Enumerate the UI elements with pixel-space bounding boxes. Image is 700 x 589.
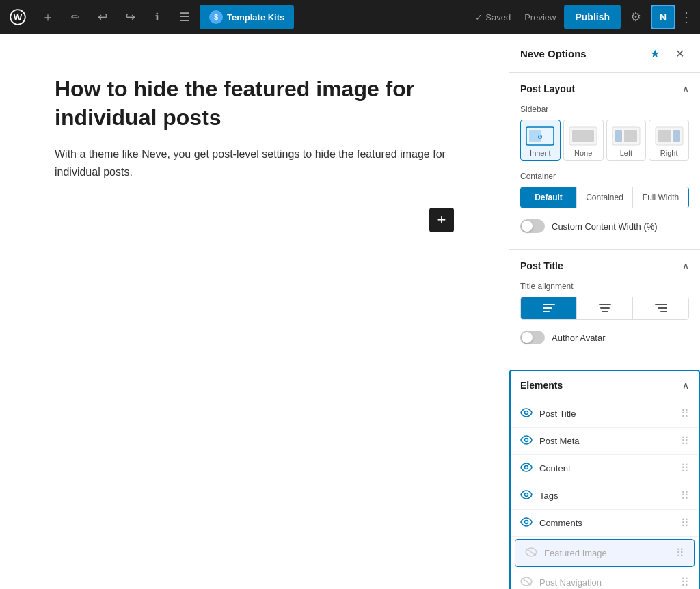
eye-icon-comments[interactable] [520,517,533,530]
eye-icon-tags[interactable] [520,490,533,502]
element-row-left-featured-image: Featured Image [525,547,607,560]
sidebar-option-left[interactable]: Left [606,120,647,161]
wp-logo-icon: W [10,9,26,25]
custom-content-width-label: Custom Content Width (%) [552,221,658,232]
element-row-post-navigation: Post Navigation ⠿ [511,569,699,589]
more-options-button[interactable]: ⋮ [678,5,695,29]
container-full-width-button[interactable]: Full Width [633,187,688,208]
close-icon: ✕ [675,47,684,60]
align-right-icon [655,304,667,312]
post-title-section: Post Title Title alignment [509,250,700,361]
element-row-post-meta: Post Meta ⠿ [511,428,699,455]
post-layout-content: Sidebar ↺ Inherit [509,105,700,249]
panel-star-button[interactable]: ★ [645,44,664,63]
settings-button[interactable]: ⚙ [623,5,648,29]
element-row-post-title: Post Title ⠿ [511,400,699,428]
info-icon: ℹ [155,11,159,23]
list-view-icon: ☰ [179,10,190,25]
post-title-section-header[interactable]: Post Title [509,250,700,282]
publish-button[interactable]: Publish [564,5,621,29]
panel-body: Post Layout Sidebar ↺ [509,73,700,589]
star-icon: ★ [650,47,660,60]
redo-button[interactable]: ↪ [118,5,142,29]
eye-icon-featured-image[interactable] [525,547,537,560]
svg-rect-8 [615,130,622,142]
post-title-heading[interactable]: How to hide the featured image for indiv… [55,75,454,132]
sidebar-inherit-icon: ↺ [525,126,555,146]
neve-panel-toggle[interactable]: N [651,5,675,29]
template-kits-button[interactable]: $ Template Kits [200,5,294,29]
edit-button[interactable]: ✏ [63,5,88,29]
author-avatar-toggle[interactable] [520,331,545,344]
author-avatar-row: Author Avatar [520,331,689,344]
wp-logo-button[interactable]: W [5,5,30,29]
container-contained-button[interactable]: Contained [577,187,633,208]
elements-section-wrapper: Elements Post Title [509,370,700,589]
custom-content-width-row: Custom Content Width (%) [520,219,689,233]
panel-title: Neve Options [520,48,587,59]
sidebar-option-inherit[interactable]: ↺ Inherit [520,120,561,161]
drag-handle-post-meta[interactable]: ⠿ [681,435,689,448]
add-block-inline-button[interactable]: + [429,208,454,232]
post-layout-section: Post Layout Sidebar ↺ [509,73,700,250]
post-layout-chevron-icon [682,83,689,95]
sidebar-left-label: Left [620,149,632,157]
svg-rect-11 [658,130,671,142]
align-left-icon [543,304,555,312]
drag-handle-post-navigation[interactable]: ⠿ [681,576,689,589]
panel-header: Neve Options ★ ✕ [509,34,700,73]
svg-point-17 [525,520,528,523]
eye-icon-content[interactable] [520,463,533,475]
undo-button[interactable]: ↩ [90,5,115,29]
container-default-button[interactable]: Default [521,187,577,208]
title-alignment-options [520,297,689,320]
drag-handle-comments[interactable]: ⠿ [681,517,689,530]
preview-button[interactable]: Preview [519,5,561,29]
align-left-button[interactable] [521,297,577,319]
editor-content: How to hide the featured image for indiv… [55,75,454,232]
main-layout: How to hide the featured image for indiv… [0,34,700,589]
eye-icon-post-meta[interactable] [520,435,533,448]
svg-rect-6 [572,130,594,142]
editor-area: How to hide the featured image for indiv… [0,34,509,589]
element-row-tags: Tags ⠿ [511,482,699,510]
add-block-button[interactable]: ＋ [36,5,60,29]
elements-section: Elements Post Title [509,370,700,589]
sidebar-right-icon [654,126,684,146]
redo-icon: ↪ [125,10,135,25]
element-row-comments: Comments ⠿ [511,510,699,537]
element-row-left-tags: Tags [520,490,558,502]
sidebar-option-right[interactable]: Right [649,120,689,161]
align-right-button[interactable] [633,297,688,319]
drag-handle-post-title[interactable]: ⠿ [681,407,689,420]
post-layout-section-header[interactable]: Post Layout [509,73,700,105]
plus-icon-inline: + [438,211,446,229]
container-label: Container [520,172,689,181]
post-title-section-title: Post Title [520,260,563,271]
list-view-button[interactable]: ☰ [172,5,197,29]
panel-close-button[interactable]: ✕ [670,44,689,63]
post-body-paragraph[interactable]: With a theme like Neve, you get post-lev… [55,146,454,180]
template-kits-label: Template Kits [227,12,284,23]
sidebar-option-none[interactable]: None [563,120,604,161]
plus-icon: ＋ [42,9,54,25]
sidebar-inherit-label: Inherit [530,149,551,157]
align-center-button[interactable] [577,297,633,319]
drag-handle-content[interactable]: ⠿ [681,462,689,475]
custom-content-width-toggle[interactable] [520,219,545,233]
eye-icon-post-navigation[interactable] [520,577,533,589]
eye-icon-post-title[interactable] [520,408,533,420]
elements-section-header[interactable]: Elements [511,371,699,400]
elements-title: Elements [520,380,563,391]
svg-rect-12 [673,130,680,142]
element-label-post-navigation: Post Navigation [539,577,602,588]
svg-point-16 [525,493,528,496]
svg-point-14 [525,438,528,441]
sidebar-label: Sidebar [520,105,689,114]
sidebar-right-label: Right [660,149,678,157]
info-button[interactable]: ℹ [145,5,170,29]
element-row-left-post-meta: Post Meta [520,435,580,448]
drag-handle-tags[interactable]: ⠿ [681,489,689,502]
drag-handle-featured-image[interactable]: ⠿ [676,547,684,560]
svg-text:↺: ↺ [537,133,543,141]
